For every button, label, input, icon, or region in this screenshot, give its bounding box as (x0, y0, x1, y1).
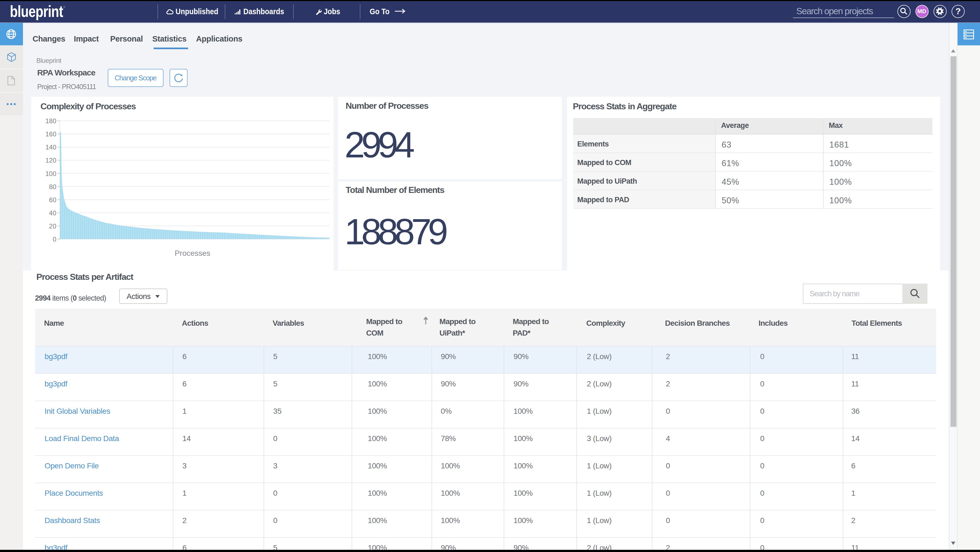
svg-text:40: 40 (49, 209, 56, 216)
svg-text:160: 160 (45, 130, 56, 138)
svg-text:Processes: Processes (175, 249, 210, 257)
svg-text:80: 80 (49, 183, 56, 190)
svg-text:20: 20 (49, 222, 56, 230)
svg-text:60: 60 (49, 196, 56, 203)
svg-text:120: 120 (45, 156, 56, 164)
svg-text:180: 180 (45, 117, 56, 124)
svg-text:100: 100 (45, 170, 56, 177)
svg-text:140: 140 (45, 143, 56, 151)
svg-text:0: 0 (52, 235, 56, 243)
